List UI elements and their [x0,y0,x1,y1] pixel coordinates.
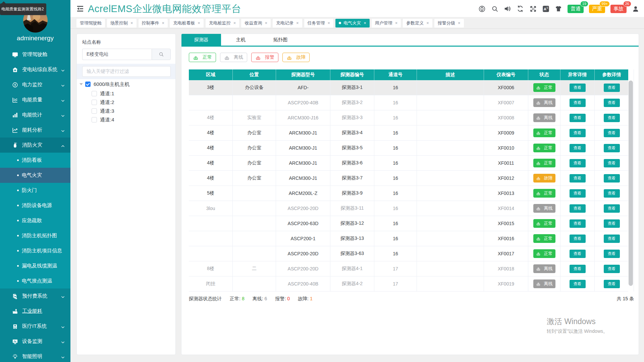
sidebar-subitem-电气接点测温[interactable]: 电气接点测温 [0,273,70,289]
page-tab-场景控制[interactable]: 场景控制× [107,19,137,28]
close-tab-icon[interactable]: × [130,21,133,25]
sidebar-subitem-消防看板[interactable]: 消防看板 [0,153,70,168]
view-exception-button[interactable]: 查看 [570,280,586,288]
close-tab-icon[interactable]: × [265,21,267,25]
tree-node-checkbox[interactable] [92,100,97,105]
tree-node-checkbox[interactable] [92,91,97,96]
page-tab-电气火灾[interactable]: 电气火灾× [335,19,370,28]
sidebar-item-预付费系统[interactable]: 预付费系统 [0,289,70,304]
sidebar-item-医疗IT系统[interactable]: 医疗IT系统 [0,319,70,334]
close-tab-icon[interactable]: × [328,21,330,25]
table-row[interactable]: ASCP200-40B探测器3-216XF0007离线查看查看 [189,95,629,110]
sidebar-subitem-消防主机拓扑图[interactable]: 消防主机拓扑图 [0,228,70,243]
close-tab-icon[interactable]: × [198,21,200,25]
view-exception-button[interactable]: 查看 [570,204,586,213]
legend-故障-button[interactable]: 故障 [282,53,310,62]
detector-tab-主机[interactable]: 主机 [221,34,261,46]
view-exception-button[interactable]: 查看 [570,250,586,258]
table-row[interactable]: 3louASCP200-20D探测器3-1116XF0014离线查看查看 [189,201,629,216]
view-exception-button[interactable]: 查看 [570,144,586,152]
view-params-button[interactable]: 查看 [604,159,620,167]
close-tab-icon[interactable]: × [395,21,398,25]
table-row[interactable]: 5楼ARCM200L-Z探测器3-916XF0013正常查看查看 [189,186,629,201]
sidebar-item-电力监控[interactable]: 电力监控 [0,77,70,92]
view-params-button[interactable]: 查看 [604,265,620,273]
view-params-button[interactable]: 查看 [604,189,620,198]
view-params-button[interactable]: 查看 [604,219,620,228]
view-params-button[interactable]: 查看 [604,235,620,243]
view-exception-button[interactable]: 查看 [570,189,586,198]
tree-node-通道:2[interactable]: 通道:2 [77,98,175,107]
sidebar-item-设备监测[interactable]: 设备监测 [0,334,70,349]
close-tab-icon[interactable]: × [233,21,236,25]
page-tab-充电桩监控[interactable]: 充电桩监控× [206,19,239,28]
page-tab-控制事件[interactable]: 控制事件× [139,19,168,28]
view-params-button[interactable]: 查看 [604,129,620,137]
close-tab-icon[interactable]: × [364,21,366,25]
refresh-icon[interactable] [517,5,524,12]
detector-tab-探测器[interactable]: 探测器 [181,34,221,46]
view-params-button[interactable]: 查看 [604,280,620,288]
table-row[interactable]: 4楼办公室ARCM300-J1探测器3-616XF0011正常查看查看 [189,156,629,171]
sidebar-item-智能照明[interactable]: 智能照明 [0,349,70,362]
sidebar-item-能耗分析[interactable]: 能耗分析 [0,122,70,138]
table-row[interactable]: 4楼办公室ARCM300-J1探测器3-516XF0010正常查看查看 [189,141,629,156]
translate-icon[interactable]: A 文 [542,5,549,12]
table-row[interactable]: 闭挂ASCP200-40B探测器4-217XF0019离线查看查看 [189,276,629,292]
tree-node-通道:4[interactable]: 通道:4 [77,115,175,124]
page-tab-充电记录[interactable]: 充电记录× [273,19,302,28]
search-icon[interactable] [491,5,498,12]
sidebar-subitem-应急疏散[interactable]: 应急疏散 [0,213,70,228]
sidebar-subitem-电气火灾[interactable]: 电气火灾 [0,168,70,183]
page-tab-收益查询[interactable]: 收益查询× [241,19,271,28]
table-row[interactable]: ASCP200-63D探测器3-1216XF0015正常查看查看 [189,216,629,231]
page-tab-任务管理[interactable]: 任务管理× [304,19,334,28]
collapse-menu-icon[interactable] [76,5,84,13]
view-exception-button[interactable]: 查看 [570,174,586,183]
help-icon[interactable] [478,5,486,12]
tree-node-root[interactable]: 6000/B主机主机 [77,79,175,89]
view-exception-button[interactable]: 查看 [570,114,586,122]
sidebar-item-电能质量[interactable]: 电能质量 [0,92,70,107]
sidebar-subitem-漏电及线缆测温[interactable]: 漏电及线缆测温 [0,258,70,273]
tree-node-通道:1[interactable]: 通道:1 [77,89,175,98]
view-params-button[interactable]: 查看 [604,144,620,152]
view-exception-button[interactable]: 查看 [570,265,586,273]
view-params-button[interactable]: 查看 [604,174,620,183]
close-tab-icon[interactable]: × [426,21,429,25]
tree-expand-caret[interactable] [79,83,83,85]
table-row[interactable]: 8楼二ASCP200-20D探测器4-117XF0018离线查看查看 [189,261,629,276]
legend-离线-button[interactable]: 离线 [220,53,247,62]
tree-root-checkbox[interactable] [85,82,91,87]
page-tab-管理驾驶舱[interactable]: 管理驾驶舱 [76,19,105,28]
close-tab-icon[interactable]: × [296,21,299,25]
view-exception-button[interactable]: 查看 [570,84,586,92]
theme-icon[interactable] [555,5,562,12]
view-exception-button[interactable]: 查看 [570,219,586,228]
sidebar-item-工业能耗[interactable]: 工业能耗 [0,304,70,319]
legend-报警-button[interactable]: 报警 [251,53,278,62]
fullscreen-icon[interactable] [529,5,537,12]
sidebar-item-消防火灾[interactable]: 消防火灾 [0,138,70,153]
tree-node-checkbox[interactable] [92,117,97,122]
view-exception-button[interactable]: 查看 [570,235,586,243]
user-icon[interactable] [632,5,639,12]
station-search-input[interactable]: E楼变电站 [82,49,152,60]
table-row[interactable]: ASCP200-1探测器3-1316XF0016正常查看查看 [189,231,629,246]
scrollbar-thumb[interactable] [629,81,633,286]
table-row[interactable]: 3楼办公设备AFD-探测器3-116XF0006正常查看查看 [189,80,629,95]
sidebar-item-管理驾驶舱[interactable]: 管理驾驶舱 [0,47,70,62]
tree-filter-input[interactable]: 输入关键字进行过滤 [82,66,171,77]
close-tab-icon[interactable]: × [458,21,461,25]
table-row[interactable]: ASCP200-20D探测器3-6316XF0017正常查看查看 [189,246,629,261]
alarm-button-普通[interactable]: 普通19 [568,5,584,13]
view-params-button[interactable]: 查看 [604,84,620,92]
tree-node-通道:3[interactable]: 通道:3 [77,107,175,115]
page-tab-参数定义[interactable]: 参数定义× [403,19,432,28]
detector-tab-拓扑图[interactable]: 拓扑图 [261,34,300,46]
legend-正常-button[interactable]: 正常 [189,53,216,62]
sound-icon[interactable] [504,5,511,12]
view-exception-button[interactable]: 查看 [570,129,586,137]
station-search-button[interactable] [152,49,171,60]
sidebar-item-电能统计[interactable]: 电能统计 [0,107,70,122]
